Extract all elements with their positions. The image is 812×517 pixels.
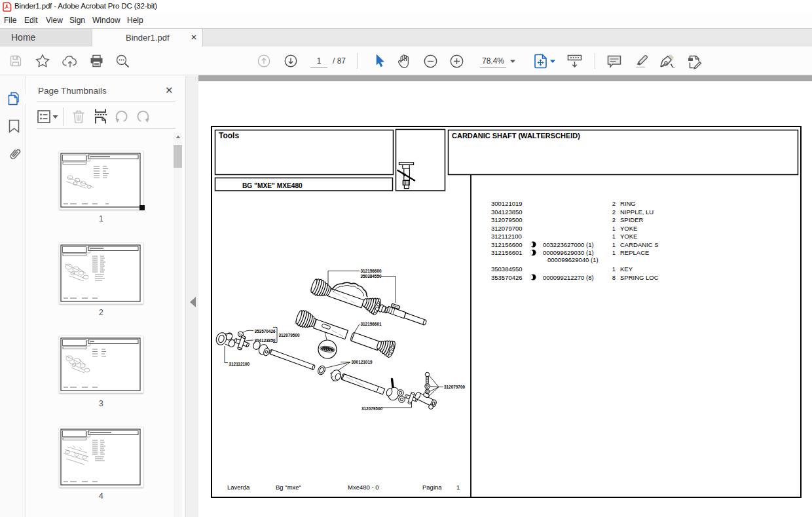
svg-text:300121019: 300121019 — [352, 360, 373, 364]
svg-text:312079700: 312079700 — [444, 385, 465, 389]
svg-text:2: 2 — [612, 216, 616, 223]
svg-text:Laverda: Laverda — [227, 484, 250, 491]
svg-text:RING: RING — [620, 200, 636, 207]
svg-text:312156601: 312156601 — [491, 249, 523, 256]
svg-text:000099629040 (1): 000099629040 (1) — [547, 256, 599, 263]
svg-text:312079500: 312079500 — [491, 216, 523, 223]
svg-text:350384550: 350384550 — [361, 274, 382, 278]
svg-text:1: 1 — [612, 241, 616, 248]
svg-text:312156600: 312156600 — [491, 241, 523, 248]
svg-text:YOKE: YOKE — [620, 233, 637, 240]
svg-text:312156600: 312156600 — [361, 269, 382, 273]
svg-text:312079700: 312079700 — [491, 225, 523, 232]
svg-text:Bg "mxe": Bg "mxe" — [276, 484, 301, 491]
svg-text:300121019: 300121019 — [491, 200, 523, 207]
svg-text:BG "MXE" MXE480: BG "MXE" MXE480 — [242, 182, 303, 189]
svg-text:353570426: 353570426 — [255, 329, 276, 334]
svg-text:REPLACE: REPLACE — [620, 249, 649, 256]
svg-text:2: 2 — [612, 208, 616, 216]
svg-text:312079500: 312079500 — [279, 333, 300, 337]
svg-text:304123850: 304123850 — [491, 208, 523, 216]
svg-text:CARDANIC SHAFT (WALTERSCHEID): CARDANIC SHAFT (WALTERSCHEID) — [452, 132, 580, 140]
svg-text:SPIDER: SPIDER — [620, 216, 644, 223]
svg-text:1: 1 — [456, 484, 460, 491]
svg-text:Mxe480 - 0: Mxe480 - 0 — [348, 484, 379, 491]
svg-text:1: 1 — [612, 249, 616, 256]
svg-text:1: 1 — [612, 265, 616, 273]
svg-text:350384550: 350384550 — [491, 265, 523, 273]
svg-text:000099212270 (8): 000099212270 (8) — [543, 274, 594, 281]
svg-text:8: 8 — [612, 274, 616, 281]
svg-text:NIPPLE, LU: NIPPLE, LU — [620, 208, 654, 216]
svg-text:Tools: Tools — [219, 131, 239, 140]
svg-text:000099629030 (1): 000099629030 (1) — [543, 249, 594, 256]
svg-text:312112100: 312112100 — [229, 362, 250, 366]
svg-text:353570426: 353570426 — [491, 274, 523, 281]
svg-text:1: 1 — [612, 225, 616, 232]
svg-text:312079500: 312079500 — [361, 406, 382, 411]
svg-text:003223627000 (1): 003223627000 (1) — [543, 241, 594, 248]
svg-text:CARDANIC S: CARDANIC S — [620, 241, 659, 248]
svg-text:1: 1 — [612, 233, 616, 240]
svg-text:YOKE: YOKE — [620, 225, 637, 232]
svg-text:312112100: 312112100 — [491, 233, 522, 240]
svg-text:KEY: KEY — [620, 265, 633, 273]
svg-text:2: 2 — [612, 200, 616, 207]
svg-text:SPRING LOC: SPRING LOC — [620, 274, 659, 281]
svg-text:Pagina: Pagina — [422, 484, 442, 491]
svg-text:312156601: 312156601 — [361, 322, 382, 326]
